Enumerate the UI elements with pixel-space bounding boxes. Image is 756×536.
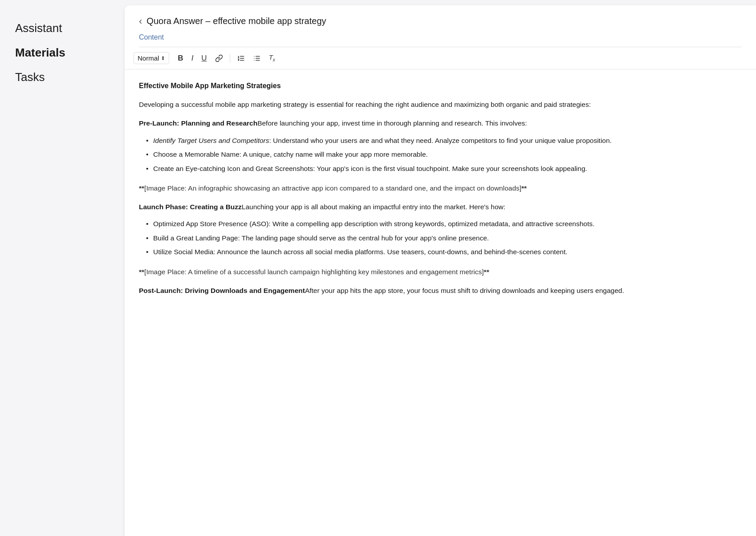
editor-section1-list: Identify Target Users and Competitors: U… — [139, 134, 742, 176]
list-item: Choose a Memorable Name: A unique, catch… — [146, 147, 742, 162]
list-item-rest: : Understand who your users are and what… — [269, 137, 611, 144]
content-label: Content — [139, 33, 742, 47]
svg-point-7 — [254, 58, 255, 59]
back-row: ‹ Quora Answer – effective mobile app st… — [139, 16, 742, 26]
back-button[interactable]: ‹ — [139, 16, 142, 26]
bold-button[interactable]: B — [175, 52, 186, 64]
editor-area[interactable]: Effective Mobile App Marketing Strategie… — [125, 69, 756, 536]
sidebar: Assistant Materials Tasks — [0, 0, 125, 536]
ordered-list-icon — [237, 54, 245, 62]
list-item-text: Create an Eye-catching Icon and Great Sc… — [153, 165, 587, 172]
list-item-text: Choose a Memorable Name: A unique, catch… — [153, 150, 428, 158]
sidebar-item-materials[interactable]: Materials — [13, 42, 111, 63]
style-selector[interactable]: Normal ⬍ — [134, 52, 169, 64]
link-button[interactable] — [212, 52, 226, 65]
editor-section1-heading: Pre-Launch: Planning and ResearchBefore … — [139, 118, 742, 129]
editor-intro-para: Developing a successful mobile app marke… — [139, 99, 742, 110]
editor-image-placeholder-2: **[Image Place: A timeline of a successf… — [139, 266, 742, 278]
editor-section1-heading-rest: Before launching your app, invest time i… — [257, 119, 527, 127]
svg-point-6 — [254, 56, 255, 57]
editor-section2-list: Optimized App Store Presence (ASO): Writ… — [139, 217, 742, 259]
unordered-list-icon — [253, 54, 261, 62]
unordered-list-button[interactable] — [250, 52, 264, 65]
list-item-italic: Identify Target Users and Competitors — [153, 137, 269, 144]
clear-format-button[interactable]: Tx — [266, 52, 278, 65]
editor-image-placeholder-1: **[Image Place: An infographic showcasin… — [139, 183, 742, 194]
editor-section2-heading-bold: Launch Phase: Creating a Buzz — [139, 203, 242, 211]
list-item: Identify Target Users and Competitors: U… — [146, 134, 742, 148]
header: ‹ Quora Answer – effective mobile app st… — [125, 5, 756, 47]
sidebar-item-tasks[interactable]: Tasks — [13, 67, 111, 88]
list-item-text: Utilize Social Media: Announce the launc… — [153, 248, 568, 256]
list-item: Optimized App Store Presence (ASO): Writ… — [146, 217, 742, 231]
editor-main-heading: Effective Mobile App Marketing Strategie… — [139, 80, 742, 92]
main-panel: ‹ Quora Answer – effective mobile app st… — [125, 5, 756, 536]
editor-section3-heading-bold: Post-Launch: Driving Downloads and Engag… — [139, 287, 305, 294]
italic-button[interactable]: I — [188, 52, 197, 64]
list-item: Create an Eye-catching Icon and Great Sc… — [146, 162, 742, 176]
editor-section3-heading: Post-Launch: Driving Downloads and Engag… — [139, 285, 742, 296]
sidebar-item-assistant[interactable]: Assistant — [13, 18, 111, 39]
list-item: Build a Great Landing Page: The landing … — [146, 231, 742, 245]
editor-section1-heading-bold: Pre-Launch: Planning and Research — [139, 119, 257, 127]
editor-section2-heading-rest: Launching your app is all about making a… — [242, 203, 505, 211]
link-icon — [215, 54, 223, 62]
editor-section3-heading-rest: After your app hits the app store, your … — [305, 287, 624, 294]
clear-format-icon: Tx — [269, 54, 275, 62]
ordered-list-button[interactable] — [234, 52, 248, 65]
style-selector-text: Normal — [138, 54, 159, 62]
editor-toolbar: Normal ⬍ B I U — [125, 47, 756, 69]
page-title: Quora Answer – effective mobile app stra… — [146, 16, 326, 26]
toolbar-divider — [230, 54, 230, 63]
list-item-text: Optimized App Store Presence (ASO): Writ… — [153, 220, 594, 227]
list-item-text: Build a Great Landing Page: The landing … — [153, 234, 489, 242]
style-selector-arrow-icon: ⬍ — [161, 55, 165, 61]
svg-point-8 — [254, 60, 255, 61]
editor-section2-heading: Launch Phase: Creating a BuzzLaunching y… — [139, 201, 742, 213]
list-item: Utilize Social Media: Announce the launc… — [146, 245, 742, 259]
underline-button[interactable]: U — [198, 52, 210, 64]
